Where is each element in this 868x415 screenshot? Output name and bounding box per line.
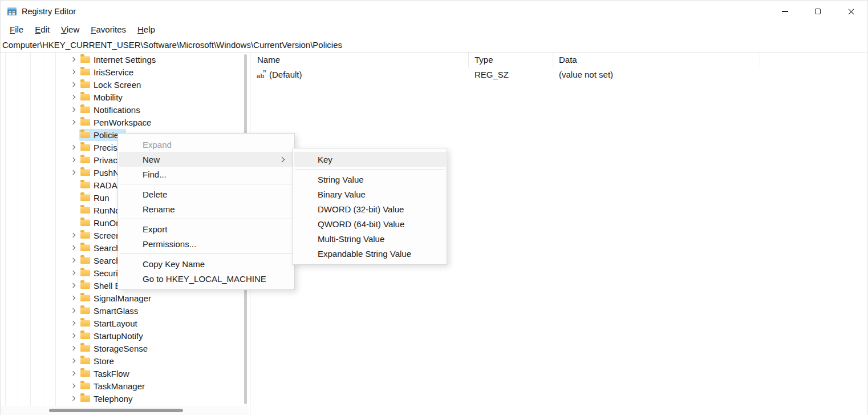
- tree-item[interactable]: Lock Screen: [1, 78, 250, 91]
- tree-node[interactable]: Search: [79, 242, 124, 254]
- submenu-item[interactable]: Expandable String Value: [294, 246, 446, 261]
- tree-node[interactable]: Lock Screen: [79, 79, 144, 91]
- tree-item[interactable]: PenWorkspace: [1, 116, 250, 128]
- folder-icon: [80, 131, 90, 138]
- minimize-button[interactable]: [768, 1, 801, 22]
- tree-item[interactable]: Mobility: [1, 91, 250, 103]
- chevron-right-icon[interactable]: [68, 369, 78, 378]
- context-menu-item[interactable]: Copy Key Name: [119, 256, 294, 271]
- tree-node[interactable]: Search: [79, 255, 124, 267]
- chevron-right-icon[interactable]: [68, 319, 78, 328]
- tree-item[interactable]: TaskManager: [1, 380, 250, 392]
- tree-item[interactable]: Telephony: [1, 392, 250, 405]
- context-menu-item[interactable]: Find...: [119, 167, 294, 182]
- column-header-data[interactable]: Data: [553, 53, 760, 67]
- chevron-right-icon[interactable]: [68, 67, 78, 76]
- tree-node[interactable]: Securit: [79, 267, 123, 279]
- chevron-right-icon[interactable]: [68, 331, 78, 340]
- tree-node[interactable]: Precisi: [79, 142, 122, 154]
- context-menu-item[interactable]: [119, 216, 294, 221]
- chevron-right-icon[interactable]: [68, 243, 78, 252]
- tree-node[interactable]: RunNo: [79, 204, 123, 216]
- context-menu-item[interactable]: Rename: [119, 202, 294, 216]
- maximize-button[interactable]: [801, 1, 834, 22]
- tree-node[interactable]: Telephony: [79, 393, 135, 405]
- menubar-item[interactable]: Help: [132, 23, 161, 37]
- tree-node[interactable]: Internet Settings: [79, 54, 159, 66]
- close-button[interactable]: [834, 1, 867, 22]
- tree-node[interactable]: SmartGlass: [79, 305, 141, 317]
- menubar-item[interactable]: View: [55, 23, 85, 37]
- chevron-right-icon[interactable]: [68, 281, 78, 290]
- tree-item[interactable]: SmartGlass: [1, 304, 250, 317]
- context-menu-item[interactable]: Delete: [119, 187, 294, 202]
- tree-node[interactable]: Run: [79, 192, 112, 204]
- tree-node[interactable]: Store: [79, 355, 117, 367]
- tree-node[interactable]: Shell E: [79, 280, 124, 292]
- address-bar[interactable]: Computer\HKEY_CURRENT_USER\Software\Micr…: [1, 37, 867, 53]
- submenu-item[interactable]: QWORD (64-bit) Value: [294, 216, 446, 231]
- chevron-right-icon[interactable]: [68, 118, 78, 127]
- context-menu-item[interactable]: New: [119, 152, 294, 167]
- tree-item-label: StartupNotify: [94, 331, 143, 341]
- chevron-right-icon[interactable]: [68, 344, 78, 353]
- context-menu-item[interactable]: Expand: [119, 137, 294, 152]
- context-menu-item[interactable]: Export: [119, 221, 294, 236]
- chevron-right-icon[interactable]: [68, 306, 78, 315]
- menubar-item[interactable]: File: [4, 23, 29, 37]
- tree-node[interactable]: RunOn: [79, 217, 124, 229]
- tree-item[interactable]: StartLayout: [1, 317, 250, 329]
- tree-node[interactable]: TaskFlow: [79, 368, 132, 380]
- tree-item[interactable]: SignalManager: [1, 292, 250, 304]
- tree-node[interactable]: PenWorkspace: [79, 116, 154, 128]
- tree-node[interactable]: IrisService: [79, 66, 136, 78]
- chevron-right-icon[interactable]: [68, 155, 78, 164]
- chevron-right-icon[interactable]: [68, 256, 78, 265]
- tree-item[interactable]: Store: [1, 354, 250, 367]
- tree-item[interactable]: StorageSense: [1, 342, 250, 354]
- chevron-right-icon[interactable]: [68, 143, 78, 152]
- tree-node[interactable]: Mobility: [79, 91, 125, 103]
- tree-node[interactable]: PushN: [79, 167, 122, 179]
- context-menu-item[interactable]: [119, 182, 294, 187]
- chevron-right-icon[interactable]: [68, 80, 78, 89]
- tree-node[interactable]: StorageSense: [79, 343, 151, 354]
- submenu-item[interactable]: DWORD (32-bit) Value: [294, 202, 446, 216]
- tree-node[interactable]: SignalManager: [79, 292, 154, 304]
- column-header-type[interactable]: Type: [469, 53, 553, 67]
- submenu-item[interactable]: Key: [294, 152, 446, 167]
- tree-item[interactable]: StartupNotify: [1, 329, 250, 342]
- chevron-right-icon[interactable]: [68, 168, 78, 177]
- column-header-name[interactable]: Name: [250, 53, 469, 67]
- tree-item[interactable]: Internet Settings: [1, 53, 250, 66]
- context-menu-item[interactable]: Permissions...: [119, 236, 294, 251]
- chevron-right-icon[interactable]: [68, 293, 78, 303]
- context-menu-item[interactable]: Go to HKEY_LOCAL_MACHINE: [119, 271, 294, 286]
- submenu-item[interactable]: Binary Value: [294, 187, 446, 202]
- chevron-right-icon[interactable]: [68, 268, 78, 277]
- chevron-right-icon[interactable]: [68, 231, 78, 240]
- tree-item[interactable]: IrisService: [1, 66, 250, 78]
- chevron-right-icon[interactable]: [68, 92, 78, 102]
- tree-node[interactable]: StartLayout: [79, 317, 140, 329]
- chevron-right-icon[interactable]: [68, 105, 78, 114]
- tree-horizontal-scrollbar[interactable]: [1, 406, 249, 415]
- chevron-right-icon[interactable]: [68, 381, 78, 390]
- submenu-item[interactable]: Multi-String Value: [294, 231, 446, 246]
- tree-node[interactable]: TaskManager: [79, 380, 148, 392]
- submenu-item[interactable]: [294, 167, 446, 172]
- chevron-right-icon[interactable]: [68, 55, 78, 64]
- tree-node[interactable]: Notifications: [79, 104, 143, 116]
- menubar-item[interactable]: Favorites: [85, 23, 132, 37]
- menubar-item[interactable]: Edit: [29, 23, 55, 37]
- tree-node[interactable]: Screen: [79, 229, 124, 241]
- chevron-right-icon[interactable]: [68, 394, 78, 403]
- context-menu-item[interactable]: [119, 251, 294, 256]
- value-row[interactable]: (Default) REG_SZ (value not set): [250, 67, 867, 81]
- tree-item[interactable]: Notifications: [1, 103, 250, 116]
- tree-node[interactable]: StartupNotify: [79, 330, 146, 342]
- tree-item[interactable]: TaskFlow: [1, 367, 250, 380]
- tree-horizontal-scrollbar-thumb[interactable]: [49, 409, 183, 412]
- chevron-right-icon[interactable]: [68, 356, 78, 365]
- submenu-item[interactable]: String Value: [294, 172, 446, 187]
